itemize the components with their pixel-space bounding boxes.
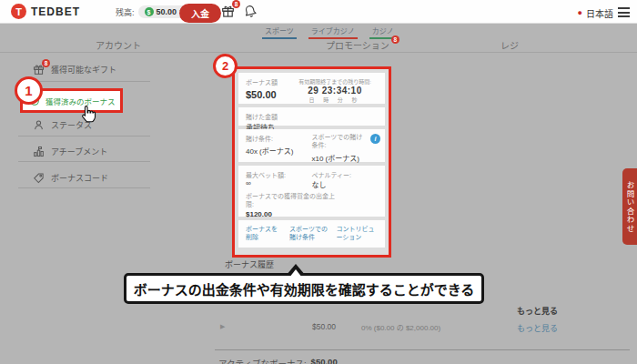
tab-cashier[interactable]: レジ — [491, 38, 528, 52]
tedbet-app: T TEDBET 残高: $ 50.00 ▾ 入金 — [0, 0, 637, 364]
bonus-amount-label: ボーナス額 — [246, 77, 278, 86]
balance-label: 残高: — [116, 6, 135, 18]
history-row-progress: 0% ($0.00 の $2,000.00) — [361, 322, 440, 332]
bonus-amount-section: ボーナス額 $50.00 有効期限終了までの残り時間: 29 23:34:10 … — [238, 73, 385, 104]
expand-row-icon[interactable]: ▶ — [220, 323, 225, 330]
sidebar-item-gifts[interactable]: 8 獲得可能なギフト — [33, 64, 116, 76]
brand-logo[interactable]: T TEDBET — [11, 4, 80, 19]
expiry-value: 29 23:34:10 — [292, 86, 378, 96]
product-nav: スポーツ ライブカジノ カジノ — [262, 25, 397, 39]
history-divider — [215, 349, 630, 350]
hamburger-menu-icon[interactable] — [618, 7, 630, 17]
balance-widget: 残高: $ 50.00 ▾ — [116, 5, 189, 18]
brand-name: TEDBET — [31, 5, 80, 18]
coin-icon: $ — [145, 7, 154, 16]
callout-notch-fill — [289, 269, 302, 278]
page-content: スポーツ ライブカジノ カジノ アカウント プロモーション 8 レジ — [0, 24, 637, 364]
nav-tab-sports[interactable]: スポーツ — [262, 25, 297, 39]
clipped-row-value: $50.00 — [311, 357, 338, 364]
see-more-link-row[interactable]: もっと見る — [517, 322, 558, 334]
expiry-countdown: 有効期限終了までの残り時間: 29 23:34:10 日 時 分 秒 — [292, 77, 378, 99]
wagered-section: 賭けた金額 承認待ち — [238, 107, 385, 126]
history-row-amount: $50.00 — [312, 322, 336, 331]
tab-account[interactable]: アカウント — [86, 38, 150, 52]
gifts-badge: 8 — [232, 0, 240, 8]
tabs-divider — [0, 52, 637, 53]
max-bet-value: ∞ — [246, 179, 312, 187]
limits-section: 最大ベット額: ∞ ペナルティー: なし ボーナスでの獲得賞金の出金上限: $1… — [238, 166, 385, 217]
language-selector[interactable]: ● 日本語 — [578, 6, 613, 20]
remove-bonus-link[interactable]: ボーナスを削除 — [246, 225, 281, 242]
tab-promotion[interactable]: プロモーション 8 — [326, 38, 399, 52]
info-icon[interactable]: i — [370, 134, 380, 144]
wager-req-value: 40x (ボーナス) — [246, 146, 312, 156]
sidebar-divider — [18, 136, 150, 136]
sports-requirement-link[interactable]: スポーツでの賭け条件 — [289, 225, 328, 242]
expiry-label: 有効期限終了までの残り時間: — [292, 77, 378, 86]
sidebar-bonus-code-label: ボーナスコード — [51, 172, 108, 184]
see-more-link-top[interactable]: もっと見る — [517, 305, 558, 317]
promotion-badge: 8 — [391, 35, 399, 44]
cursor-hand-icon — [79, 105, 97, 125]
tab-promotion-label: プロモーション — [326, 38, 389, 52]
penalty-label: ペナルティー: — [312, 170, 379, 179]
contact-tab[interactable]: お問い合わせ — [622, 168, 637, 245]
bonus-detail-card: ボーナス額 $50.00 有効期限終了までの残り時間: 29 23:34:10 … — [232, 66, 391, 258]
contribution-link[interactable]: コントリビューション — [336, 225, 378, 242]
achievement-icon — [33, 146, 45, 157]
bonus-amount-value: $50.00 — [246, 89, 278, 100]
wager-req-label: 賭け条件: — [246, 134, 312, 143]
bonus-history-title: ボーナス履歴 — [225, 258, 274, 270]
clipped-row-label: アクティブなボーナス: — [218, 357, 307, 364]
max-bet-label: 最大ベット額: — [246, 170, 312, 179]
tedbet-logo-icon: T — [11, 4, 26, 19]
tutorial-callout: ボーナスの出金条件や有効期限を確認することができる — [124, 273, 484, 304]
deposit-button[interactable]: 入金 — [179, 4, 221, 23]
sidebar-item-achievement[interactable]: アチーブメント — [33, 146, 107, 157]
sidebar-item-bonus-code[interactable]: ボーナスコード — [33, 172, 108, 184]
card-links-section: ボーナスを削除 スポーツでの賭け条件 コントリビューション — [238, 220, 385, 248]
gift-icon: 8 — [33, 64, 45, 76]
balance-amount: 50.00 — [157, 7, 177, 16]
step-1-marker: 1 — [15, 76, 43, 105]
notifications-button[interactable] — [244, 5, 257, 18]
wager-requirement-section: 賭け条件: 40x (ボーナス) スポーツでの賭け条件: x10 (ボーナス) … — [238, 129, 385, 162]
sidebar-divider — [18, 187, 150, 188]
expiry-units: 日 時 分 秒 — [292, 96, 378, 104]
penalty-value: なし — [312, 179, 379, 189]
sidebar-gift-badge: 8 — [42, 59, 50, 67]
sidebar-achievement-label: アチーブメント — [51, 146, 107, 157]
gifts-button[interactable]: 8 — [221, 5, 235, 18]
clipped-bottom-row: アクティブなボーナス: $50.00 — [218, 357, 338, 364]
sidebar-gifts-label: 獲得可能なギフト — [51, 64, 116, 76]
status-icon — [33, 119, 45, 131]
top-bar: T TEDBET 残高: $ 50.00 ▾ 入金 — [0, 0, 637, 24]
callout-text: ボーナスの出金条件や有効期限を確認することができる — [134, 279, 475, 298]
wagered-label: 賭けた金額 — [246, 112, 378, 121]
language-dot-icon: ● — [578, 9, 582, 17]
withdraw-cap-label: ボーナスでの獲得賞金の出金上限: — [246, 192, 341, 208]
bell-icon — [242, 4, 258, 20]
nav-tab-livecasino[interactable]: ライブカジノ — [308, 25, 358, 39]
deposit-wrap: 入金 — [179, 4, 221, 23]
language-label: 日本語 — [586, 6, 613, 20]
sports-req-label: スポーツでの賭け条件: — [312, 134, 369, 150]
sidebar-divider — [18, 161, 150, 162]
bonus-code-icon — [33, 172, 45, 184]
step-2-marker: 2 — [213, 54, 238, 78]
sports-req-value: x10 (ボーナス) — [312, 153, 379, 163]
withdraw-cap-value: $120.00 — [246, 210, 378, 218]
